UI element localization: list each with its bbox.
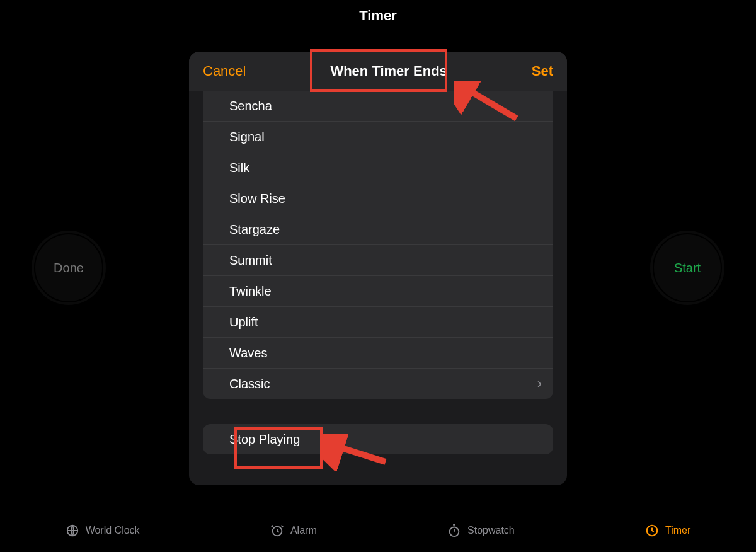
sound-label: Twinkle — [229, 284, 272, 299]
chevron-right-icon: › — [537, 376, 542, 392]
globe-icon — [66, 524, 79, 538]
tab-alarm[interactable]: Alarm — [270, 524, 317, 538]
sound-row-classic[interactable]: Classic › — [203, 369, 553, 399]
stop-playing-row[interactable]: Stop Playing — [203, 424, 553, 454]
sound-label: Classic — [229, 377, 270, 391]
sound-label: Uplift — [229, 315, 258, 330]
svg-point-2 — [450, 527, 459, 537]
tab-label: Alarm — [290, 525, 317, 536]
alarm-icon — [270, 524, 284, 538]
sound-label: Silk — [229, 161, 249, 175]
sound-label: Sencha — [229, 99, 272, 113]
sound-row-uplift[interactable]: Uplift — [203, 307, 553, 338]
set-button[interactable]: Set — [532, 63, 553, 79]
start-button[interactable]: Start — [650, 231, 724, 305]
done-button[interactable]: Done — [32, 231, 106, 305]
timer-icon — [645, 524, 659, 538]
page-title: Timer — [0, 8, 756, 24]
tab-timer[interactable]: Timer — [645, 524, 690, 538]
tab-world-clock[interactable]: World Clock — [66, 524, 140, 538]
tab-label: World Clock — [86, 525, 140, 536]
sound-label: Stargaze — [229, 222, 280, 237]
sound-row-silk[interactable]: Silk — [203, 152, 553, 183]
sound-row-waves[interactable]: Waves — [203, 338, 553, 369]
sound-row-slow-rise[interactable]: Slow Rise — [203, 183, 553, 214]
sound-list[interactable]: Sencha Signal Silk Slow Rise Stargaze Su… — [203, 91, 553, 399]
done-button-label: Done — [54, 261, 84, 275]
stop-playing-label: Stop Playing — [229, 432, 300, 447]
sheet-title: When Timer Ends — [330, 63, 447, 79]
stop-playing-group: Stop Playing — [203, 424, 553, 454]
sound-row-sencha[interactable]: Sencha — [203, 91, 553, 122]
tab-stopwatch[interactable]: Stopwatch — [447, 524, 515, 538]
sheet-header: Cancel When Timer Ends Set — [189, 52, 567, 91]
timer-end-sheet: Cancel When Timer Ends Set Sencha Signal… — [189, 52, 567, 485]
sound-row-twinkle[interactable]: Twinkle — [203, 276, 553, 307]
tab-bar: World Clock Alarm Stopwatch Timer — [0, 517, 756, 544]
tab-label: Stopwatch — [467, 525, 515, 536]
sheet-body: Sencha Signal Silk Slow Rise Stargaze Su… — [189, 91, 567, 485]
sound-label: Signal — [229, 130, 265, 144]
start-button-label: Start — [674, 261, 701, 275]
cancel-button[interactable]: Cancel — [203, 63, 246, 79]
tab-label: Timer — [665, 525, 690, 536]
sound-row-summit[interactable]: Summit — [203, 245, 553, 276]
sound-row-stargaze[interactable]: Stargaze — [203, 214, 553, 245]
sound-row-signal[interactable]: Signal — [203, 122, 553, 152]
sound-label: Summit — [229, 253, 272, 268]
stopwatch-icon — [447, 524, 461, 538]
sound-label: Waves — [229, 346, 267, 360]
sound-label: Slow Rise — [229, 192, 285, 206]
